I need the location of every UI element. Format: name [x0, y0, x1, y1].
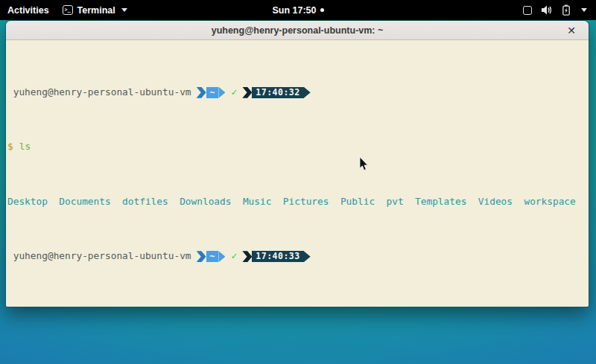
prompt-user: yuheng@henry-personal-ubuntu-vm — [7, 87, 191, 98]
text-cursor — [20, 307, 26, 307]
directory-item: Pictures — [271, 197, 329, 208]
prompt-time-segment: 17:40:33 — [242, 251, 310, 262]
powerline-arrow-icon — [218, 87, 225, 98]
chevron-down-icon — [121, 8, 127, 12]
app-menu-label: Terminal — [77, 5, 115, 16]
directory-item: Documents — [48, 197, 111, 208]
status-check-icon: ✓ — [231, 251, 237, 262]
prompt-symbol: $ — [7, 306, 13, 307]
terminal-icon: >_ — [63, 5, 73, 15]
directory-item: dotfiles — [111, 197, 168, 208]
battery-charging-icon — [562, 4, 570, 16]
notification-dot-icon — [320, 8, 324, 12]
powerline-chevron-icon — [197, 87, 206, 98]
prompt-user: yuheng@henry-personal-ubuntu-vm — [7, 251, 191, 262]
directory-item: workspace — [513, 197, 576, 208]
terminal-window: yuheng@henry-personal-ubuntu-vm: ~ ✕ yuh… — [5, 20, 589, 307]
prompt-path-segment: ~ — [197, 87, 226, 98]
chevron-down-icon — [581, 8, 587, 12]
directory-item: Desktop — [7, 197, 48, 208]
directory-item: Music — [231, 197, 271, 208]
directory-item: pvt — [375, 197, 404, 208]
terminal-content[interactable]: yuheng@henry-personal-ubuntu-vm ~ ✓ 17:4… — [6, 40, 589, 307]
powerline-arrow-icon — [218, 251, 225, 262]
close-icon[interactable]: ✕ — [563, 21, 580, 40]
top-bar: Activities >_ Terminal Sun 17:50 — [0, 0, 596, 20]
directory-item: Public — [329, 197, 375, 208]
prompt-time: 17:40:33 — [252, 251, 303, 262]
prompt-line: yuheng@henry-personal-ubuntu-vm ~ ✓ 17:4… — [7, 251, 587, 262]
prompt-time: 17:40:32 — [252, 87, 303, 98]
system-tray[interactable] — [523, 4, 596, 16]
powerline-chevron-icon — [242, 87, 252, 98]
window-titlebar[interactable]: yuheng@henry-personal-ubuntu-vm: ~ ✕ — [6, 21, 589, 40]
powerline-arrow-icon — [304, 87, 311, 98]
powerline-arrow-icon — [304, 251, 311, 262]
activities-button[interactable]: Activities — [7, 5, 49, 16]
command-text: ls — [19, 141, 31, 153]
current-prompt-line[interactable]: $ — [7, 306, 587, 307]
screen-share-icon — [523, 6, 532, 15]
status-check-icon: ✓ — [231, 87, 237, 98]
prompt-path: ~ — [206, 87, 219, 98]
command-line: $ ls — [7, 141, 587, 153]
directory-item: Templates — [404, 197, 467, 208]
desktop: Activities >_ Terminal Sun 17:50 — [0, 0, 596, 364]
app-menu[interactable]: >_ Terminal — [63, 5, 127, 16]
prompt-path: ~ — [206, 251, 219, 262]
prompt-time-segment: 17:40:32 — [242, 87, 310, 98]
prompt-path-segment: ~ — [197, 251, 226, 262]
window-title: yuheng@henry-personal-ubuntu-vm: ~ — [212, 25, 384, 36]
powerline-chevron-icon — [242, 251, 252, 262]
ls-output: Desktop Documents dotfiles Downloads Mus… — [7, 197, 587, 208]
directory-item: Downloads — [168, 197, 232, 208]
clock[interactable]: Sun 17:50 — [272, 5, 316, 16]
prompt-symbol: $ — [7, 141, 13, 153]
volume-icon — [542, 5, 553, 15]
directory-item: Videos — [466, 197, 513, 208]
prompt-line: yuheng@henry-personal-ubuntu-vm ~ ✓ 17:4… — [7, 87, 587, 98]
powerline-chevron-icon — [197, 251, 206, 262]
